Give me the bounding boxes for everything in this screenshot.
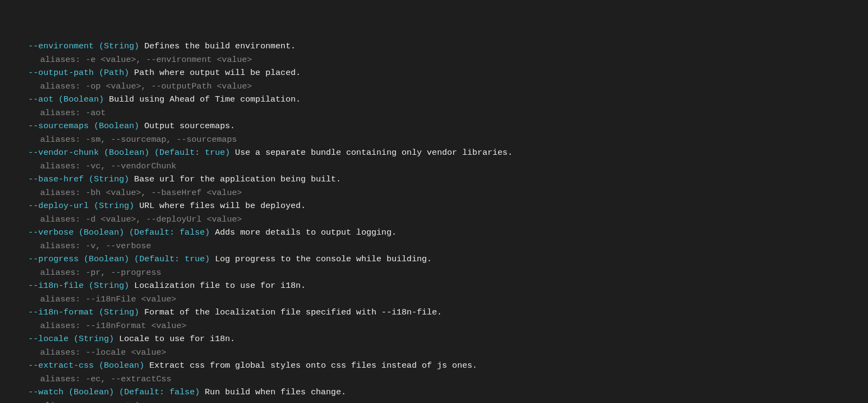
option-line: --base-href (String) Base url for the ap… (28, 173, 868, 186)
option-flag: --watch (Boolean) (Default: false) (28, 387, 200, 397)
option-aliases: aliases: -sm, --sourcemap, --sourcemaps (28, 133, 868, 146)
option-aliases: aliases: --locale <value> (28, 346, 868, 359)
option-flag: --locale (String) (28, 334, 114, 344)
option-description: Output sourcemaps. (139, 121, 235, 131)
option-description: URL where files will be deployed. (134, 201, 305, 211)
option-description: Format of the localization file specifie… (139, 307, 442, 317)
option-aliases: aliases: -e <value>, --environment <valu… (28, 53, 868, 66)
option-description: Log progress to the console while buildi… (210, 254, 432, 264)
option-description: Base url for the application being built… (129, 174, 341, 184)
option-flag: --environment (String) (28, 41, 139, 51)
option-description: Localization file to use for i18n. (129, 281, 306, 291)
option-flag: --aot (Boolean) (28, 95, 104, 104)
option-description: Run build when files change. (200, 387, 346, 397)
option-flag: --deploy-url (String) (28, 201, 134, 211)
option-flag: --vendor-chunk (Boolean) (Default: true) (28, 148, 230, 158)
option-description: Locale to use for i18n. (114, 334, 235, 344)
option-line: --vendor-chunk (Boolean) (Default: true)… (28, 146, 868, 159)
option-line: --locale (String) Locale to use for i18n… (28, 332, 868, 345)
option-flag: --i18n-file (String) (28, 281, 129, 291)
option-aliases: aliases: -bh <value>, --baseHref <value> (28, 186, 868, 199)
option-flag: --progress (Boolean) (Default: true) (28, 254, 210, 264)
option-flag: --base-href (String) (28, 174, 129, 184)
option-line: --i18n-format (String) Format of the loc… (28, 306, 868, 319)
option-description: Defines the build environment. (139, 41, 296, 51)
option-aliases: aliases: -w, --watch (28, 399, 868, 403)
option-description: Use a separate bundle containing only ve… (230, 148, 513, 158)
option-flag: --extract-css (Boolean) (28, 361, 144, 370)
option-aliases: aliases: -ec, --extractCss (28, 373, 868, 386)
option-aliases: aliases: --i18nFormat <value> (28, 319, 868, 332)
option-line: --verbose (Boolean) (Default: false) Add… (28, 226, 868, 239)
option-description: Path where output will be placed. (129, 68, 301, 78)
option-line: --aot (Boolean) Build using Ahead of Tim… (28, 93, 868, 106)
option-flag: --output-path (Path) (28, 68, 129, 78)
option-description: Adds more details to output logging. (210, 228, 397, 237)
option-line: --sourcemaps (Boolean) Output sourcemaps… (28, 119, 868, 133)
option-aliases: aliases: --i18nFile <value> (28, 293, 868, 306)
option-line: --deploy-url (String) URL where files wi… (28, 199, 868, 212)
terminal-output: --environment (String) Defines the build… (28, 40, 868, 403)
option-flag: --verbose (Boolean) (Default: false) (28, 228, 210, 237)
option-line: --watch (Boolean) (Default: false) Run b… (28, 386, 868, 399)
option-flag: --i18n-format (String) (28, 307, 139, 317)
option-line: --environment (String) Defines the build… (28, 40, 868, 53)
option-aliases: aliases: -pr, --progress (28, 266, 868, 279)
option-flag: --sourcemaps (Boolean) (28, 121, 139, 131)
option-line: --i18n-file (String) Localization file t… (28, 279, 868, 292)
option-line: --extract-css (Boolean) Extract css from… (28, 359, 868, 372)
option-aliases: aliases: -aot (28, 106, 868, 119)
option-aliases: aliases: -vc, --vendorChunk (28, 160, 868, 173)
option-aliases: aliases: -v, --verbose (28, 240, 868, 253)
option-description: Build using Ahead of Time compilation. (104, 95, 301, 104)
option-line: --progress (Boolean) (Default: true) Log… (28, 253, 868, 266)
option-aliases: aliases: -d <value>, --deployUrl <value> (28, 213, 868, 226)
option-line: --output-path (Path) Path where output w… (28, 66, 868, 79)
option-aliases: aliases: -op <value>, --outputPath <valu… (28, 80, 868, 93)
option-description: Extract css from global styles onto css … (144, 361, 477, 370)
